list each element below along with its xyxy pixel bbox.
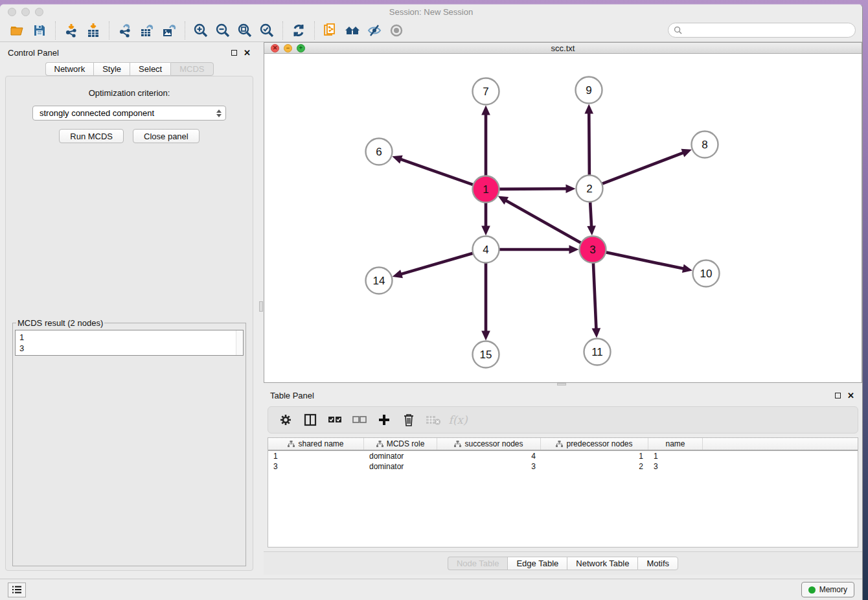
cell-shared-name[interactable]: 1 <box>268 451 364 461</box>
run-mcds-button[interactable]: Run MCDS <box>59 129 124 143</box>
cell-shared-name[interactable]: 3 <box>268 461 364 472</box>
toolbar-separator <box>55 21 56 40</box>
cell-mcds-role[interactable]: dominator <box>364 451 437 461</box>
export-table-button[interactable] <box>136 21 158 40</box>
graph-node-10[interactable]: 10 <box>693 260 720 287</box>
duplicate-network-button[interactable] <box>319 21 341 40</box>
graph-edge-4-15[interactable] <box>481 264 490 341</box>
float-panel-icon[interactable] <box>231 50 237 56</box>
graph-node-2[interactable]: 2 <box>577 176 603 202</box>
hide-selected-button[interactable] <box>363 21 385 40</box>
import-network-button[interactable] <box>60 21 82 40</box>
zoom-out-button[interactable] <box>212 21 234 40</box>
cell-predecessor-nodes[interactable]: 1 <box>541 451 648 461</box>
table-panel-header: Table Panel ✕ <box>264 386 862 402</box>
column-header-predecessor-nodes[interactable]: predecessor nodes <box>541 438 648 450</box>
task-list-icon <box>12 585 22 594</box>
deselect-all-rows-button[interactable] <box>348 410 371 430</box>
main-toolbar <box>0 19 862 42</box>
graph-edge-2-8[interactable] <box>602 149 692 184</box>
refresh-button[interactable] <box>288 21 310 40</box>
mcds-result-title: MCDS result (2 nodes) <box>16 318 104 328</box>
cell-mcds-role[interactable]: dominator <box>364 461 437 472</box>
graph-node-4[interactable]: 4 <box>473 237 499 263</box>
tab-style[interactable]: Style <box>93 62 130 76</box>
graph-edge-3-11[interactable] <box>592 263 601 338</box>
open-session-button[interactable] <box>6 21 29 40</box>
network-canvas[interactable]: 7968124314101511 <box>264 54 862 382</box>
graph-edge-1-2[interactable] <box>499 184 575 193</box>
graph-node-8[interactable]: 8 <box>692 132 718 158</box>
graph-edge-3-1[interactable] <box>498 196 581 243</box>
home-button[interactable] <box>341 21 363 40</box>
graph-node-11[interactable]: 11 <box>584 339 611 365</box>
graph-node-3[interactable]: 3 <box>580 237 606 263</box>
dropdown-stepper-icon <box>215 110 223 117</box>
toolbar-separator <box>314 21 315 40</box>
criterion-dropdown[interactable]: strongly connected component <box>32 106 226 121</box>
memory-button[interactable]: Memory <box>801 582 854 597</box>
mcds-result-textarea[interactable]: 13 <box>15 330 244 356</box>
tab-mcds[interactable]: MCDS <box>170 62 213 76</box>
close-panel-button[interactable]: Close panel <box>133 129 200 143</box>
graph-node-6[interactable]: 6 <box>366 139 393 165</box>
graph-node-1[interactable]: 1 <box>473 176 499 203</box>
table-settings-button[interactable] <box>275 410 297 430</box>
tab-network[interactable]: Network <box>45 62 94 76</box>
graph-edge-4-14[interactable] <box>393 253 473 278</box>
graph-edge-4-3[interactable] <box>500 245 579 254</box>
column-header-mcds-role[interactable]: MCDS role <box>364 438 437 450</box>
import-table-button[interactable] <box>82 21 104 40</box>
save-session-button[interactable] <box>29 21 51 40</box>
column-header-successor-nodes[interactable]: successor nodes <box>437 438 541 450</box>
select-all-rows-button[interactable] <box>324 410 346 430</box>
tab-network-table[interactable]: Network Table <box>567 557 637 570</box>
show-all-button[interactable] <box>385 21 407 40</box>
close-table-panel-icon[interactable]: ✕ <box>847 393 854 398</box>
graph-node-14[interactable]: 14 <box>366 268 393 294</box>
tab-edge-table[interactable]: Edge Table <box>507 557 567 570</box>
delete-column-button[interactable] <box>398 410 420 430</box>
column-header-name[interactable]: name <box>648 438 703 450</box>
task-history-button[interactable] <box>8 583 26 597</box>
close-panel-icon[interactable]: ✕ <box>244 50 251 56</box>
graph-edge-1-6[interactable] <box>392 156 472 185</box>
graph-node-7[interactable]: 7 <box>473 78 499 105</box>
graph-edge-1-7[interactable] <box>481 106 490 176</box>
panel-splitter[interactable] <box>258 42 264 579</box>
cell-name[interactable]: 3 <box>648 461 703 472</box>
export-image-button[interactable] <box>158 21 180 40</box>
zoom-fit-button[interactable] <box>234 21 256 40</box>
search-input[interactable] <box>685 26 850 35</box>
network-graph[interactable]: 7968124314101511 <box>264 54 862 380</box>
result-scrollbar[interactable] <box>236 330 243 355</box>
network-maximize-button[interactable]: + <box>297 44 305 52</box>
add-column-button[interactable] <box>373 410 395 430</box>
graph-node-15[interactable]: 15 <box>473 341 499 368</box>
zoom-selected-button[interactable] <box>256 21 278 40</box>
show-columns-button[interactable] <box>299 410 321 430</box>
splitter-grabber[interactable] <box>259 301 263 312</box>
horizontal-splitter[interactable] <box>264 383 862 386</box>
tab-motifs[interactable]: Motifs <box>637 557 678 570</box>
graph-edge-1-4[interactable] <box>481 203 490 236</box>
graph-node-9[interactable]: 9 <box>576 77 602 104</box>
float-table-panel-icon[interactable] <box>835 393 841 398</box>
column-label: name <box>665 439 685 448</box>
cell-predecessor-nodes[interactable]: 2 <box>541 461 648 472</box>
column-header-shared-name[interactable]: shared name <box>268 438 364 450</box>
h-splitter-grabber[interactable] <box>557 383 566 386</box>
tab-node-table[interactable]: Node Table <box>448 557 508 570</box>
cell-successor-nodes[interactable]: 3 <box>437 461 541 472</box>
network-close-button[interactable]: ✕ <box>271 44 279 52</box>
network-minimize-button[interactable]: − <box>284 44 292 52</box>
toolbar-separator <box>185 21 185 40</box>
cell-name[interactable]: 1 <box>648 451 703 461</box>
graph-edge-3-10[interactable] <box>606 252 692 273</box>
zoom-in-button[interactable] <box>190 21 212 40</box>
graph-edge-2-9[interactable] <box>584 104 593 174</box>
export-network-button[interactable] <box>114 21 136 40</box>
graph-edge-2-3[interactable] <box>587 202 596 235</box>
cell-successor-nodes[interactable]: 4 <box>437 451 541 461</box>
tab-select[interactable]: Select <box>130 62 170 76</box>
